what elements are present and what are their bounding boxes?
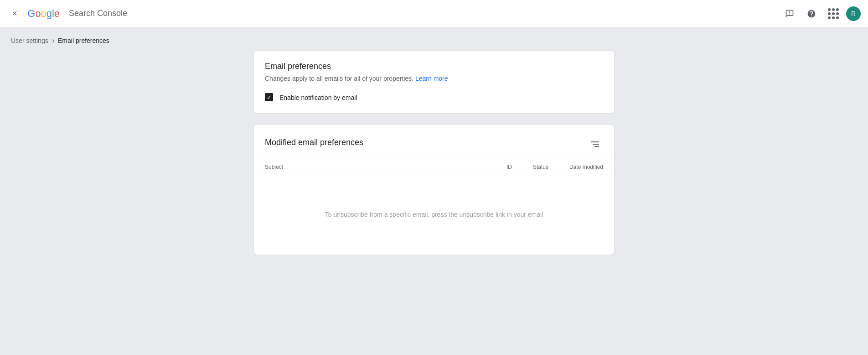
breadcrumb-current: Email preferences bbox=[58, 37, 109, 44]
modified-email-card-header: Modified email preferences bbox=[254, 125, 614, 160]
main-content: Email preferences Changes apply to all e… bbox=[243, 50, 625, 255]
column-status: Status bbox=[512, 164, 548, 170]
apps-grid-icon bbox=[828, 8, 839, 19]
filter-line-1 bbox=[591, 141, 599, 142]
avatar[interactable]: R bbox=[846, 6, 861, 21]
header-left: × Google Search Console bbox=[7, 6, 780, 21]
apps-button[interactable] bbox=[824, 5, 842, 23]
breadcrumb-parent[interactable]: User settings bbox=[11, 37, 48, 44]
logo-g2: g bbox=[46, 8, 52, 20]
filter-line-2 bbox=[593, 144, 599, 145]
close-icon: × bbox=[12, 8, 17, 19]
learn-more-link[interactable]: Learn more bbox=[415, 75, 448, 82]
subtitle-text: Changes apply to all emails for all of y… bbox=[265, 75, 413, 82]
modified-email-preferences-card: Modified email preferences Subject ID St… bbox=[253, 125, 615, 255]
logo-o1: o bbox=[35, 8, 41, 20]
column-date-modified: Date modified bbox=[548, 164, 603, 170]
email-preferences-subtitle: Changes apply to all emails for all of y… bbox=[265, 75, 603, 82]
enable-notification-checkbox[interactable]: ✓ bbox=[265, 93, 274, 102]
breadcrumb-separator: › bbox=[52, 37, 54, 45]
column-subject: Subject bbox=[265, 164, 485, 170]
email-preferences-card-header: Email preferences Changes apply to all e… bbox=[254, 51, 614, 91]
help-icon bbox=[807, 9, 816, 18]
empty-state-text: To unsubscribe from a specific email, pr… bbox=[325, 211, 543, 218]
modified-email-title: Modified email preferences bbox=[265, 138, 363, 147]
help-button[interactable] bbox=[802, 5, 821, 23]
feedback-icon bbox=[785, 9, 794, 18]
logo-o2: o bbox=[41, 8, 46, 20]
checkmark-icon: ✓ bbox=[267, 94, 272, 100]
email-preferences-title: Email preferences bbox=[265, 62, 603, 71]
checkbox-box: ✓ bbox=[265, 93, 273, 101]
breadcrumb: User settings › Email preferences bbox=[0, 27, 868, 50]
enable-notification-row: ✓ Enable notification by email bbox=[254, 91, 614, 113]
enable-notification-label[interactable]: Enable notification by email bbox=[279, 94, 357, 101]
close-button[interactable]: × bbox=[7, 6, 22, 21]
app-header: × Google Search Console R bbox=[0, 0, 868, 27]
filter-line-3 bbox=[594, 146, 599, 147]
logo-e: e bbox=[54, 8, 60, 20]
column-id: ID bbox=[485, 164, 512, 170]
google-logo: Google bbox=[27, 8, 60, 20]
app-title: Search Console bbox=[69, 9, 127, 18]
filter-icon bbox=[591, 141, 599, 147]
empty-state: To unsubscribe from a specific email, pr… bbox=[254, 174, 614, 255]
filter-button[interactable] bbox=[587, 136, 603, 152]
email-preferences-card: Email preferences Changes apply to all e… bbox=[253, 50, 615, 114]
table-header: Subject ID Status Date modified bbox=[254, 160, 614, 174]
feedback-button[interactable] bbox=[780, 5, 799, 23]
logo-g: G bbox=[27, 8, 35, 20]
header-right: R bbox=[780, 5, 861, 23]
